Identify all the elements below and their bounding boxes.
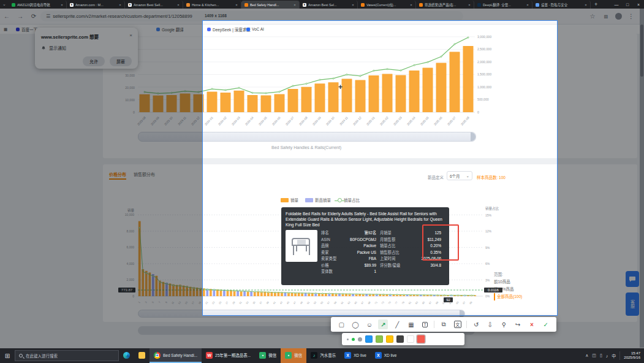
minimize-button[interactable]: —	[611, 2, 622, 7]
wechat-icon: ●	[285, 352, 292, 359]
tab-favicon	[536, 3, 539, 7]
taskbar-item-chrome[interactable]: Bed Safety Handl...	[150, 348, 202, 363]
browser-tab-3[interactable]: Home & Kitchen...×	[183, 1, 241, 9]
share-button-glyph: ↪	[515, 321, 520, 328]
pin-image-tool[interactable]: ⧉	[439, 319, 449, 329]
browser-tab-2[interactable]: aAmazon Best Sell...×	[125, 1, 183, 9]
color-swatch[interactable]	[365, 335, 373, 343]
search-icon	[19, 354, 23, 357]
arrow-tool[interactable]: ↗	[378, 319, 388, 329]
tab-favicon: a	[128, 3, 132, 7]
tab-close-icon[interactable]: ×	[118, 3, 121, 7]
ellipse-tool[interactable]: ◯	[350, 319, 360, 329]
taskbar-clock[interactable]: 15:472025/9/16	[619, 351, 640, 360]
dim-overlay-right	[558, 20, 644, 316]
pin-image-tool-glyph: ⧉	[441, 321, 445, 328]
taskbar-item-label: Bed Safety Handl...	[163, 353, 197, 357]
cancel-button[interactable]: ×	[527, 319, 537, 329]
taskbar-item-qishui[interactable]: ♪汽水音乐	[306, 348, 340, 363]
chrome-icon	[154, 352, 161, 359]
start-button[interactable]: ⊞	[0, 353, 15, 359]
clock-time: 15:47	[624, 351, 640, 356]
dim-overlay-left	[0, 20, 202, 316]
color-swatch[interactable]	[376, 335, 383, 343]
maximize-button[interactable]: □	[622, 2, 633, 7]
tab-label: Vases(Current)|仙...	[366, 2, 407, 7]
tray-icon[interactable]: 中	[612, 353, 616, 359]
color-swatch[interactable]	[407, 335, 414, 343]
browser-tab-bar: ⌄ AMZ123跨境电商导航×aAmazon.com : M...×aAmazo…	[0, 0, 644, 9]
system-tray: ∧◫▯♪中15:472025/9/16	[585, 351, 644, 360]
tab-close-icon[interactable]: ×	[583, 3, 587, 7]
taskbar-item-wps[interactable]: W25年第一期选品表...	[202, 348, 255, 363]
tab-favicon	[477, 3, 481, 7]
tab-close-icon[interactable]: ×	[234, 3, 238, 7]
color-swatch[interactable]	[417, 335, 425, 343]
selection-size-label: 1409 x 1168	[205, 13, 227, 18]
tray-icon[interactable]: ▯	[600, 353, 602, 358]
tray-icon[interactable]: ♪	[606, 354, 608, 358]
tab-close-icon[interactable]: ×	[350, 3, 354, 7]
tab-close-icon[interactable]: ×	[525, 3, 529, 7]
tab-close-icon[interactable]: ×	[59, 3, 63, 7]
share-button[interactable]: ↪	[513, 319, 523, 329]
browser-tab-6[interactable]: Vases(Current)|仙...×	[358, 1, 416, 9]
screen: ⌄ AMZ123跨境电商导航×aAmazon.com : M...×aAmazo…	[0, 0, 644, 363]
taskbar-item-wechat[interactable]: ●微信	[255, 348, 281, 363]
undo-button[interactable]: ↺	[471, 319, 481, 329]
screenshot-selection-border[interactable]	[202, 20, 558, 316]
windows-taskbar: ⊞ 在此键入进行搜索 Bed Safety Handl...W25年第一期选品表…	[0, 348, 644, 363]
browser-tab-8[interactable]: DeepL翻译: 全世...×	[474, 1, 532, 9]
ocr-tool[interactable]: 文	[453, 319, 463, 329]
tray-icon[interactable]: ◫	[592, 353, 596, 358]
color-swatch[interactable]	[386, 335, 393, 343]
stroke-size-7[interactable]	[358, 337, 362, 342]
ellipse-tool-glyph: ◯	[352, 321, 358, 328]
confirm-button-glyph: ✓	[543, 321, 548, 328]
toolbar-separator	[434, 321, 434, 328]
browser-tab-1[interactable]: aAmazon.com : M...×	[67, 1, 125, 9]
stroke-size-5[interactable]	[352, 338, 355, 341]
confirm-button[interactable]: ✓	[541, 319, 551, 329]
browser-tab-4[interactable]: Bed Safety Handl...×	[241, 1, 300, 9]
save-button-glyph: ⇩	[488, 321, 493, 328]
mosaic-tool[interactable]: ▦	[406, 319, 416, 329]
tab-label: AMZ123跨境电商导航	[17, 2, 58, 7]
taskbar-item-wechat[interactable]: ●微信	[281, 348, 306, 363]
edge-icon	[123, 352, 130, 359]
browser-tab-0[interactable]: AMZ123跨境电商导航×	[9, 1, 67, 9]
pin-button[interactable]: ⚲	[499, 319, 509, 329]
color-swatch[interactable]	[396, 335, 404, 343]
text-tool-glyph: T	[422, 322, 428, 327]
taskbar-item-xd[interactable]: XXD live	[371, 348, 401, 363]
new-tab-button[interactable]: +	[591, 1, 601, 7]
wps-icon: W	[206, 352, 213, 359]
browser-tab-5[interactable]: aAmazon Best Sel...×	[300, 1, 358, 9]
tab-close-icon[interactable]: ×	[467, 3, 471, 7]
save-button[interactable]: ⇩	[485, 319, 495, 329]
screenshot-color-bar	[342, 333, 464, 345]
taskbar-search[interactable]: 在此键入进行搜索	[15, 350, 119, 361]
tab-close-icon[interactable]: ×	[176, 3, 180, 7]
text-tool[interactable]: T	[420, 319, 430, 329]
line-tool[interactable]: ╱	[392, 319, 402, 329]
taskbar-items: Bed Safety Handl...W25年第一期选品表...●微信●微信♪汽…	[119, 348, 401, 363]
close-button[interactable]: ×	[633, 2, 644, 7]
mosaic-tool-glyph: ▦	[408, 321, 414, 328]
clock-date: 2025/9/16	[624, 356, 640, 360]
taskbar-item-label: 微信	[268, 352, 276, 358]
taskbar-item-xd[interactable]: XXD live	[340, 348, 371, 363]
screenshot-toolbar: ▢◯☺↗╱▦T⧉文↺⇩⚲↪×✓	[331, 317, 556, 332]
taskbar-item-folder[interactable]	[134, 348, 150, 363]
cancel-button-glyph: ×	[530, 321, 534, 328]
browser-tab-7[interactable]: 筛选结果|选产品|右...×	[416, 1, 474, 9]
rect-tool[interactable]: ▢	[336, 319, 346, 329]
tab-search-chevron-icon[interactable]: ⌄	[0, 2, 9, 7]
tab-close-icon[interactable]: ×	[292, 3, 296, 7]
tab-close-icon[interactable]: ×	[409, 3, 412, 7]
stroke-size-3[interactable]	[347, 338, 349, 340]
sticker-tool[interactable]: ☺	[365, 319, 374, 329]
tray-icon[interactable]: ∧	[585, 353, 588, 358]
taskbar-item-edge[interactable]	[119, 348, 134, 363]
browser-tab-9[interactable]: 设置 - 隐私与安全×	[532, 1, 591, 9]
